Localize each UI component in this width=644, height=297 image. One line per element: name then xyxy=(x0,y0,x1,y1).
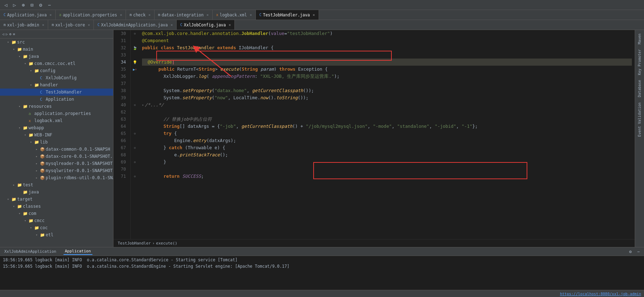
nav-forward-btn[interactable]: ▷ xyxy=(11,1,17,9)
tree-label-etl: etl xyxy=(46,232,54,237)
tree-item-config[interactable]: ▾ 📁 config xyxy=(0,67,113,74)
settings-icon[interactable]: ⚙ xyxy=(38,1,44,9)
jar-icon-plugin: 📦 xyxy=(40,176,46,180)
tree-item-pkg[interactable]: ▾ 📁 com.cmcc.coc.etl xyxy=(0,60,113,67)
tree-item-coc[interactable]: ▾ 📁 coc xyxy=(0,224,113,231)
bottom-tab-xxljobadminapplication[interactable]: XxlJobAdminApplication xyxy=(3,248,58,255)
tree-item-handler[interactable]: ▾ 📁 handler xyxy=(0,81,113,89)
tab-xxl-job-core[interactable]: m xxl-job-core ✕ xyxy=(48,20,94,30)
tab-xxl-job-admin[interactable]: m xxl-job-admin ✕ xyxy=(0,20,48,30)
bottom-close-icon[interactable]: − xyxy=(636,249,641,254)
sidebar-menu-icon[interactable]: ≡ xyxy=(13,32,15,36)
minimize-icon[interactable]: − xyxy=(46,1,52,9)
split-icon[interactable]: ⊟ xyxy=(29,1,35,9)
nav-back-btn[interactable]: ◁ xyxy=(3,1,9,9)
tab-close-datax[interactable]: ✕ xyxy=(207,13,209,17)
tab-xxljobadminapplication[interactable]: C XxlJobAdminApplication.java ✕ xyxy=(94,20,177,30)
tree-item-application[interactable]: C Application xyxy=(0,96,113,103)
tree-item-mysqlreader[interactable]: ▸ 📦 mysqlreader-0.0.1-SNAPSHOT xyxy=(0,160,113,167)
bottom-tab-application[interactable]: Application xyxy=(64,248,92,255)
bottom-settings-icon[interactable]: ⚙ xyxy=(628,249,633,254)
tab-close-logback[interactable]: ✕ xyxy=(250,13,252,17)
tab-close-app-props[interactable]: ✕ xyxy=(120,13,122,17)
tree-item-src[interactable]: ▾ 📁 src xyxy=(0,39,113,46)
tab-close-xxljobadmin[interactable]: ✕ xyxy=(171,23,173,27)
line-num-65: 65 xyxy=(113,130,128,137)
tree-item-mysqlwriter[interactable]: ▸ 📦 mysqlwriter-0.0.1-SNAPSHOT xyxy=(0,167,113,174)
tree-item-cmcc[interactable]: ▾ 📁 cmcc xyxy=(0,217,113,224)
tree-label-datax-common: datax-common-0.0.1-SNAPSH xyxy=(46,147,110,152)
gutter-66 xyxy=(131,137,139,144)
tree-item-testjobhandler[interactable]: C TestJobHandler xyxy=(0,89,113,96)
tree-item-target[interactable]: ▾ 📁 target xyxy=(0,196,113,203)
sp38-paren: ( xyxy=(212,87,215,94)
code-lines[interactable]: @com.xxl.job.core.handler.annotation.Job… xyxy=(139,30,635,239)
tab-check[interactable]: m check ✕ xyxy=(126,10,154,20)
tree-item-test[interactable]: ▸ 📁 test xyxy=(0,181,113,188)
str-minus1: "-1" xyxy=(462,123,472,130)
tree-item-lib[interactable]: ▾ 📁 lib xyxy=(0,139,113,146)
code-container: 30 31 32 33 34 35 36 37 38 39 40 62 63 6… xyxy=(113,30,635,239)
gutter-39 xyxy=(131,94,139,101)
fold-40: ▸ xyxy=(142,101,144,109)
tab-application-java[interactable]: C Application.java ✕ xyxy=(0,10,56,20)
tree-item-test-java[interactable]: 📁 java xyxy=(0,188,113,196)
tab-testjobhandler[interactable]: C TestJobHandler.java ✕ xyxy=(256,10,319,20)
tab-logback[interactable]: x logback.xml ✕ xyxy=(213,10,256,20)
tree-arrow-resources: ▾ xyxy=(19,105,23,108)
tree-arrow-mysqlreader: ▸ xyxy=(36,162,40,165)
sidebar-nav-back[interactable]: ◁ xyxy=(2,32,4,36)
tab-icon-application-java: C xyxy=(4,13,6,17)
tree-item-logback[interactable]: x logback.xml xyxy=(0,117,113,124)
tab-close-check[interactable]: ✕ xyxy=(148,13,151,17)
tree-item-xxljobconfig[interactable]: C XxlJobConfig xyxy=(0,74,113,81)
status-url[interactable]: https://localhost:8080/xxl-job-admin xyxy=(560,292,641,296)
tree-item-resources[interactable]: ▾ 📁 resources xyxy=(0,103,113,110)
right-tab-maven[interactable]: Maven xyxy=(637,31,642,46)
top-toolbar: ◁ ▷ ⊕ ⊟ ⚙ − xyxy=(0,0,644,10)
tree-item-webapp[interactable]: ▾ 📁 webapp xyxy=(0,124,113,131)
method-execute: execute xyxy=(220,66,239,73)
tab-label-testjobhandler: TestJobHandler.java xyxy=(263,12,310,17)
bulb-icon[interactable]: 💡 xyxy=(133,60,137,64)
tree-item-webinf[interactable]: ▾ 📁 WEB-INF xyxy=(0,131,113,139)
annotation-component: @Component xyxy=(142,37,169,44)
tab-xxljobconfig[interactable]: C XxlJobConfig.java ✕ xyxy=(177,20,235,30)
method-log: log xyxy=(198,73,207,80)
tree-arrow-java: ▾ xyxy=(19,55,23,58)
tab-close-testjobhandler[interactable]: ✕ xyxy=(313,13,315,17)
gutter-36 xyxy=(131,73,139,80)
kw-extends: extends xyxy=(217,44,239,51)
tab-label-check: check xyxy=(133,12,146,17)
jar-icon-datax-common: 📦 xyxy=(40,147,46,152)
line-num-67: 67 xyxy=(113,144,128,151)
param-param: param xyxy=(260,66,274,73)
tree-item-etl[interactable]: ▾ 📁 etl xyxy=(0,231,113,238)
right-tab-database[interactable]: Database xyxy=(637,78,642,99)
status-left xyxy=(3,292,5,296)
tree-arrow-coc: ▾ xyxy=(30,226,34,230)
comma-64c: , xyxy=(392,123,397,130)
right-tab-key-promoter[interactable]: Key Promoter xyxy=(637,47,642,77)
code-line-62 xyxy=(142,109,632,116)
tab-close-xxl-core[interactable]: ✕ xyxy=(88,23,90,27)
tab-close-xxl-admin[interactable]: ✕ xyxy=(42,23,44,27)
tree-item-com[interactable]: ▾ 📁 com xyxy=(0,210,113,217)
tree-item-appprops[interactable]: a application.properties xyxy=(0,110,113,117)
tree-item-plugin-rdbms[interactable]: ▸ 📦 plugin-rdbms-util-0.0.1-SNAP xyxy=(0,174,113,181)
annotation-jobhandler-name: JobHandler xyxy=(241,30,268,37)
jobhandler-paren: ( xyxy=(268,30,271,37)
right-tab-event-validation[interactable]: Event Validation xyxy=(637,100,642,139)
sidebar-nav-fwd[interactable]: ▷ xyxy=(6,32,8,36)
tab-close-application-java[interactable]: ✕ xyxy=(50,13,52,17)
tab-datax-integration[interactable]: m datax-integration ✕ xyxy=(154,10,213,20)
tree-item-java[interactable]: ▾ 📁 java xyxy=(0,53,113,60)
tab-close-xxljobconfig[interactable]: ✕ xyxy=(229,23,231,27)
tree-item-classes[interactable]: ▾ 📁 classes xyxy=(0,203,113,210)
tab-application-properties[interactable]: a application.properties ✕ xyxy=(56,10,126,20)
gutter-68 xyxy=(131,151,139,158)
tree-item-datax-common[interactable]: ▸ 📦 datax-common-0.0.1-SNAPSH xyxy=(0,146,113,153)
tree-item-main[interactable]: ▾ 📁 main xyxy=(0,46,113,53)
kw-throws: throws xyxy=(279,66,298,73)
tree-item-datax-core[interactable]: ▸ 📦 datax-core-0.0.1-SNAPSHOT. xyxy=(0,153,113,160)
